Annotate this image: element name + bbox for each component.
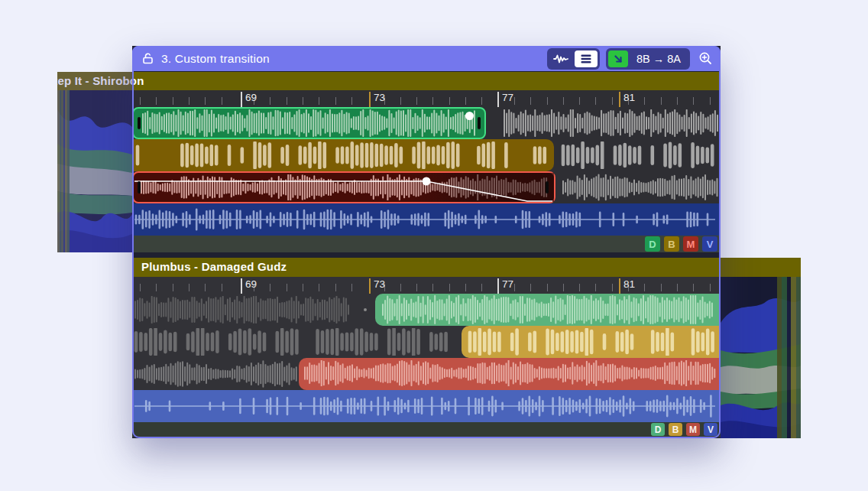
ruler-tick: [400, 284, 401, 291]
app-stage: Step It - Shirobon 3. Custom transition: [0, 0, 868, 491]
ruler-tick: [189, 284, 189, 291]
transition-direction-button[interactable]: [608, 50, 628, 67]
ruler-tick: [449, 97, 450, 105]
ruler-tick: [595, 97, 596, 105]
ruler-tick: [514, 97, 515, 105]
ruler-tick: [205, 97, 206, 105]
track2-melody-waveform-head: [134, 360, 297, 388]
automation-point[interactable]: [465, 112, 474, 120]
track1-bass-region[interactable]: [132, 139, 554, 171]
list-view-button[interactable]: [575, 50, 598, 67]
ruler-tick: [547, 97, 548, 105]
background-waveform-art-left: [57, 90, 132, 252]
track2-vocals-stem-row[interactable]: [132, 390, 721, 422]
ruler-tick: [612, 97, 613, 105]
region-trim-handle-right[interactable]: [546, 181, 549, 193]
track1-header: Step It - Shirobon: [57, 72, 721, 90]
stem-badge-v[interactable]: V: [702, 236, 717, 252]
stem-badge-d[interactable]: D: [645, 236, 660, 252]
track1-stem-badges-bar: DBMV: [132, 236, 721, 252]
waveform-view-button[interactable]: [549, 50, 572, 67]
track2-melody-region[interactable]: [299, 358, 719, 390]
key-transition-group: 8B → 8A: [606, 48, 690, 70]
track1-melody-region[interactable]: [132, 171, 555, 203]
ruler-tick: [303, 284, 303, 291]
ruler-tick: [287, 284, 287, 291]
track1-drums-waveform-tail: [503, 109, 718, 137]
ruler-tick: [140, 284, 141, 291]
ruler-tick: [156, 284, 157, 291]
ruler-tick: [710, 97, 711, 105]
ruler-bar-tick: [497, 278, 499, 294]
arrow-down-right-icon: [613, 54, 623, 64]
track-divider: [132, 252, 721, 258]
ruler-tick: [173, 284, 173, 291]
track2-drums-region[interactable]: [375, 294, 719, 326]
ruler-tick: [465, 97, 466, 105]
ruler-tick: [335, 284, 336, 291]
stem-badge-b[interactable]: B: [669, 423, 682, 436]
stem-badge-b[interactable]: B: [664, 236, 679, 252]
bass-waveform: [468, 328, 715, 356]
waveform-icon: [553, 54, 568, 64]
ruler-tick: [287, 97, 287, 105]
volume-envelope[interactable]: [134, 173, 554, 202]
stem-badge-v[interactable]: V: [704, 423, 717, 436]
view-toggle-group: [547, 48, 600, 70]
zoom-in-button[interactable]: [696, 50, 714, 68]
ruler-tick: [481, 284, 482, 291]
vocals-waveform: [134, 206, 716, 232]
track1-drums-region[interactable]: [132, 107, 486, 139]
region-trim-handle-right[interactable]: [478, 117, 481, 129]
ruler-tick: [661, 284, 662, 291]
ruler-tick: [351, 97, 352, 105]
ruler-tick: [547, 284, 548, 291]
ruler-tick: [693, 97, 694, 105]
stem-badge-m[interactable]: M: [683, 236, 698, 252]
ruler-tick: [400, 97, 401, 105]
region-trim-handle-left[interactable]: [138, 117, 141, 129]
stem-badge-d[interactable]: D: [651, 423, 665, 436]
track2-timeline-ruler[interactable]: 69737781: [132, 277, 721, 294]
ruler-tick: [514, 284, 515, 291]
ruler-tick: [563, 97, 564, 105]
track2-title: Plumbus - Damaged Gudz: [141, 260, 287, 273]
ruler-tick: [335, 97, 336, 105]
track1-title: Step It - Shirobon: [57, 74, 144, 87]
bar-number: 73: [374, 92, 385, 103]
ruler-tick: [351, 284, 352, 291]
ruler-tick: [222, 284, 222, 291]
drums-waveform: [141, 109, 476, 137]
track1-vocals-stem-row[interactable]: [132, 203, 721, 236]
track2-header: Plumbus - Damaged Gudz: [134, 258, 801, 277]
ruler-tick: [270, 97, 270, 105]
envelope-point[interactable]: [423, 177, 431, 186]
panel-titlebar: 3. Custom transition: [132, 46, 721, 71]
track2-bass-region[interactable]: [462, 326, 719, 358]
ruler-tick: [661, 97, 662, 105]
track1-bass-waveform-tail: [561, 141, 718, 169]
track1-timeline-ruler[interactable]: 69737781: [132, 90, 721, 107]
list-icon: [580, 54, 592, 64]
bar-number: 69: [245, 278, 257, 290]
ruler-tick: [432, 284, 433, 291]
key-transition-label: 8B → 8A: [630, 53, 688, 65]
stem-badge-m[interactable]: M: [686, 423, 700, 436]
ruler-phrase-tick: [619, 278, 620, 294]
ruler-bar-tick: [497, 92, 499, 107]
ruler-tick: [612, 284, 613, 291]
bar-number: 81: [623, 92, 635, 103]
track2-drums-waveform-head: [134, 296, 350, 324]
ruler-tick: [644, 284, 645, 291]
bass-waveform: [135, 141, 548, 169]
ruler-phrase-tick: [369, 278, 371, 294]
bar-number: 81: [623, 278, 635, 290]
lock-open-icon[interactable]: [141, 52, 154, 65]
vocals-waveform: [134, 393, 716, 419]
bar-number: 77: [502, 278, 513, 290]
ruler-tick: [416, 97, 417, 105]
ruler-tick: [319, 97, 319, 105]
background-waveform-art-right: [721, 277, 801, 438]
region-trim-handle-left[interactable]: [138, 181, 141, 193]
ruler-tick: [693, 284, 694, 291]
